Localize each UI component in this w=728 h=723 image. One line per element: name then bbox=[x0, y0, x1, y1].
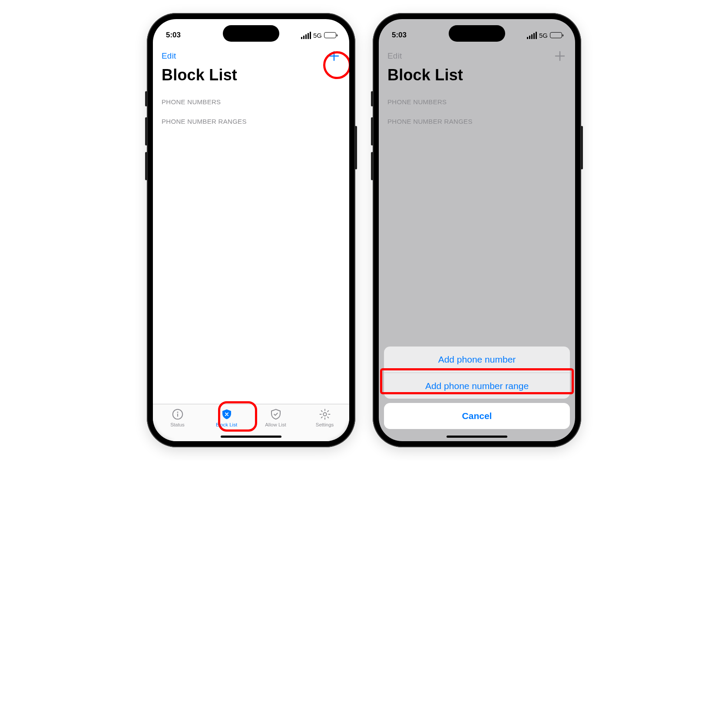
add-button bbox=[553, 50, 566, 63]
tab-label: Status bbox=[170, 422, 185, 427]
action-sheet: Add phone number Add phone number range … bbox=[379, 342, 575, 441]
content: PHONE NUMBERS PHONE NUMBER RANGES bbox=[379, 90, 575, 129]
signal-strength-icon bbox=[301, 32, 311, 39]
network-label: 5G bbox=[539, 32, 548, 39]
dynamic-island bbox=[449, 25, 505, 42]
section-phone-number-ranges: PHONE NUMBER RANGES bbox=[153, 110, 349, 129]
dynamic-island bbox=[223, 25, 279, 42]
home-indicator[interactable] bbox=[221, 436, 281, 438]
edit-button: Edit bbox=[387, 51, 402, 61]
side-button bbox=[355, 126, 357, 169]
section-phone-number-ranges: PHONE NUMBER RANGES bbox=[379, 110, 575, 129]
section-phone-numbers: PHONE NUMBERS bbox=[379, 90, 575, 110]
content: PHONE NUMBERS PHONE NUMBER RANGES bbox=[153, 90, 349, 129]
home-indicator[interactable] bbox=[447, 436, 507, 438]
tab-label: Allow List bbox=[265, 422, 286, 427]
svg-rect-2 bbox=[177, 413, 178, 417]
network-label: 5G bbox=[313, 32, 322, 39]
edit-button[interactable]: Edit bbox=[162, 51, 176, 61]
tab-status[interactable]: Status bbox=[153, 408, 202, 427]
shield-check-icon bbox=[269, 408, 282, 421]
action-sheet-group: Add phone number Add phone number range bbox=[384, 347, 570, 399]
plus-icon bbox=[553, 50, 566, 63]
nav-bar: Edit bbox=[153, 45, 349, 66]
tab-block-list[interactable]: Block List bbox=[202, 408, 251, 427]
side-button bbox=[371, 91, 373, 106]
battery-icon bbox=[550, 32, 562, 38]
side-button bbox=[371, 117, 373, 145]
phone-frame-left: 5:03 5G Edit Block List PHONE NUMBERS PH… bbox=[147, 13, 355, 447]
side-button bbox=[145, 152, 147, 180]
add-button[interactable] bbox=[328, 50, 341, 63]
page-title: Block List bbox=[153, 66, 349, 90]
section-phone-numbers: PHONE NUMBERS bbox=[153, 90, 349, 110]
plus-icon bbox=[328, 50, 341, 63]
svg-point-1 bbox=[177, 412, 178, 413]
side-button bbox=[145, 91, 147, 106]
action-cancel[interactable]: Cancel bbox=[384, 403, 570, 429]
side-button bbox=[581, 126, 583, 169]
nav-bar: Edit bbox=[379, 45, 575, 66]
battery-icon bbox=[324, 32, 336, 38]
signal-strength-icon bbox=[527, 32, 537, 39]
status-time: 5:03 bbox=[392, 31, 407, 40]
page-title: Block List bbox=[379, 66, 575, 90]
phone-frame-right: 5:03 5G Edit Block List PHONE NUMBERS PH… bbox=[373, 13, 581, 447]
tab-label: Settings bbox=[316, 422, 334, 427]
gear-icon bbox=[318, 408, 331, 421]
screen: 5:03 5G Edit Block List PHONE NUMBERS PH… bbox=[379, 19, 575, 441]
tab-label: Block List bbox=[216, 422, 237, 427]
side-button bbox=[371, 152, 373, 180]
svg-point-3 bbox=[323, 413, 327, 416]
info-icon bbox=[171, 408, 184, 421]
tab-allow-list[interactable]: Allow List bbox=[251, 408, 300, 427]
screen: 5:03 5G Edit Block List PHONE NUMBERS PH… bbox=[153, 19, 349, 441]
shield-block-icon bbox=[220, 408, 233, 421]
action-add-phone-number-range[interactable]: Add phone number range bbox=[384, 373, 570, 399]
status-time: 5:03 bbox=[166, 31, 181, 40]
tab-settings[interactable]: Settings bbox=[300, 408, 349, 427]
side-button bbox=[145, 117, 147, 145]
action-add-phone-number[interactable]: Add phone number bbox=[384, 347, 570, 373]
